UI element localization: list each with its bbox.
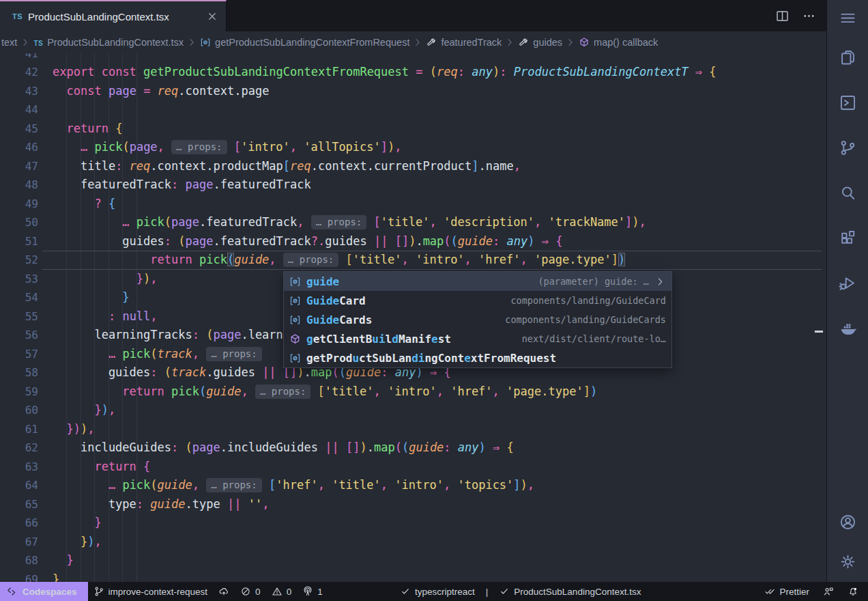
line-number[interactable]: 67: [0, 533, 38, 552]
line-number[interactable]: 52: [0, 251, 38, 270]
code-line-61[interactable]: 61 })),: [0, 420, 827, 439]
problems-errors[interactable]: 0: [235, 582, 266, 601]
line-number[interactable]: 62: [0, 438, 38, 458]
active-file-status[interactable]: ProductSubLandingContext.tsx: [493, 582, 646, 601]
code-line-65[interactable]: 65 type: guide.type || '',: [0, 495, 827, 514]
line-number[interactable]: 55: [0, 307, 38, 326]
code-text: const page = req.context.page: [53, 82, 269, 101]
extensions-icon[interactable]: [827, 220, 868, 255]
active-file-status-icon: [499, 586, 510, 597]
line-number[interactable]: 49: [0, 195, 38, 214]
suggest-item-0[interactable]: guide(parameter) guide: …: [284, 272, 671, 291]
code-line-42[interactable]: 42export const getProductSubLandingConte…: [0, 63, 827, 82]
line-number[interactable]: 69: [0, 570, 38, 583]
code-line-52[interactable]: 52 return pick(guide, … props: ['title',…: [0, 251, 827, 270]
line-number[interactable]: 41: [0, 53, 38, 63]
breadcrumb-symbol-featuredtrack[interactable]: featuredTrack: [426, 37, 502, 48]
problems-errors-label: 0: [255, 587, 261, 597]
git-branch[interactable]: improve-context-request: [88, 582, 214, 601]
line-number[interactable]: 68: [0, 551, 38, 570]
docker-icon[interactable]: [827, 310, 868, 346]
line-number[interactable]: 57: [0, 345, 38, 364]
line-number[interactable]: 59: [0, 382, 38, 402]
line-number[interactable]: 58: [0, 363, 38, 382]
ports[interactable]: 1: [297, 582, 328, 601]
code-line-68[interactable]: 68 }: [0, 551, 827, 570]
line-number[interactable]: 56: [0, 326, 38, 345]
formatter-prettier[interactable]: Prettier: [759, 582, 815, 601]
line-number[interactable]: 42: [0, 63, 38, 82]
explorer-icon[interactable]: [827, 40, 868, 75]
feedback-icon[interactable]: [818, 582, 839, 601]
source-control-icon[interactable]: [827, 130, 868, 165]
ports-icon: [302, 586, 313, 597]
code-text: type: guide.type || '',: [53, 495, 269, 514]
sync-cloud[interactable]: [213, 582, 235, 601]
suggest-item-2[interactable]: GuideCardscomponents/landing/GuideCards: [284, 310, 671, 329]
line-number[interactable]: 44: [0, 100, 38, 120]
code-line-67[interactable]: 67 }),: [0, 533, 827, 552]
code-line-48[interactable]: 48 featuredTrack: page.featuredTrack: [0, 176, 827, 195]
code-line-46[interactable]: 46 … pick(page, … props: ['intro', 'allT…: [0, 138, 827, 157]
search-icon[interactable]: [827, 175, 868, 210]
code-text: ? {: [53, 195, 115, 214]
breadcrumb-symbol-function[interactable]: getProductSubLandingContextFromRequest: [200, 37, 409, 48]
breadcrumb-folder[interactable]: text: [1, 37, 17, 48]
more-actions-icon[interactable]: [802, 9, 816, 23]
line-number[interactable]: 47: [0, 157, 38, 176]
breadcrumb-label: ProductSubLandingContext.tsx: [47, 37, 184, 48]
breadcrumb-symbol-map-callback[interactable]: map() callback: [579, 37, 658, 48]
split-editor-icon[interactable]: [775, 9, 790, 23]
line-number[interactable]: 64: [0, 476, 38, 495]
code-line-43[interactable]: 43 const page = req.context.page: [0, 82, 827, 101]
expand-docs-icon[interactable]: [654, 276, 666, 288]
line-number[interactable]: 60: [0, 401, 38, 420]
code-line-44[interactable]: 44: [0, 100, 827, 120]
breadcrumb-file[interactable]: TSProductSubLandingContext.tsx: [33, 37, 184, 48]
suggest-item-3[interactable]: getClientBuildManifestnext/dist/client/r…: [284, 329, 671, 348]
code-line-69[interactable]: 69}: [0, 570, 827, 583]
tab-productsublandingcontext[interactable]: TS ProductSubLandingContext.tsx: [0, 0, 227, 31]
sync-cloud-icon: [218, 586, 229, 597]
code-line-50[interactable]: 50 … pick(page.featuredTrack, … props: […: [0, 213, 827, 232]
line-number[interactable]: 63: [0, 458, 38, 477]
code-line-51[interactable]: 51 guides: (page.featuredTrack?.guides |…: [0, 232, 827, 251]
code-line-45[interactable]: 45 return {: [0, 120, 827, 139]
remote-indicator[interactable]: Codespaces: [0, 582, 88, 601]
code-line-47[interactable]: 47 title: req.context.productMap[req.con…: [0, 157, 827, 176]
code-line-64[interactable]: 64 … pick(guide, … props: ['href', 'titl…: [0, 476, 827, 495]
language-mode-label: typescriptreact: [415, 587, 475, 597]
line-number[interactable]: 45: [0, 120, 38, 139]
line-number[interactable]: 61: [0, 420, 38, 439]
code-line-59[interactable]: 59 return pick(guide, … props: ['title',…: [0, 382, 827, 402]
code-line-63[interactable]: 63 return {: [0, 458, 827, 477]
language-mode[interactable]: typescriptreact: [394, 582, 480, 601]
ts-language-icon: TS: [12, 12, 23, 20]
breadcrumb-symbol-guides[interactable]: guides: [518, 37, 562, 48]
account-icon[interactable]: [827, 504, 868, 540]
suggest-detail: next/dist/client/route-lo…: [522, 333, 666, 344]
code-line-66[interactable]: 66 }: [0, 514, 827, 533]
code-line-60[interactable]: 60 }),: [0, 401, 827, 420]
line-number[interactable]: 50: [0, 213, 38, 232]
settings-gear-icon[interactable]: [827, 544, 868, 579]
line-number[interactable]: 65: [0, 495, 38, 514]
line-number[interactable]: 51: [0, 232, 38, 251]
line-number[interactable]: 43: [0, 82, 38, 101]
run-debug-icon[interactable]: [827, 265, 868, 300]
menu-icon[interactable]: [827, 5, 868, 30]
code-line-62[interactable]: 62 includeGuides: (page.includeGuides ||…: [0, 438, 827, 458]
problems-warnings[interactable]: 0: [266, 582, 298, 601]
terminal-icon[interactable]: [827, 85, 868, 120]
close-tab-icon[interactable]: [205, 10, 219, 23]
notifications-bell[interactable]: [842, 582, 864, 601]
line-number[interactable]: 66: [0, 514, 38, 533]
suggest-item-4[interactable]: getProductSubLandingContextFromRequest: [284, 348, 671, 367]
line-number[interactable]: 48: [0, 176, 38, 195]
suggest-item-1[interactable]: GuideCardcomponents/landing/GuideCard: [284, 291, 671, 310]
line-number[interactable]: 53: [0, 270, 38, 289]
line-number[interactable]: 54: [0, 288, 38, 307]
code-line-41[interactable]: 41: [0, 53, 827, 63]
line-number[interactable]: 46: [0, 138, 38, 157]
code-line-49[interactable]: 49 ? {: [0, 195, 827, 214]
